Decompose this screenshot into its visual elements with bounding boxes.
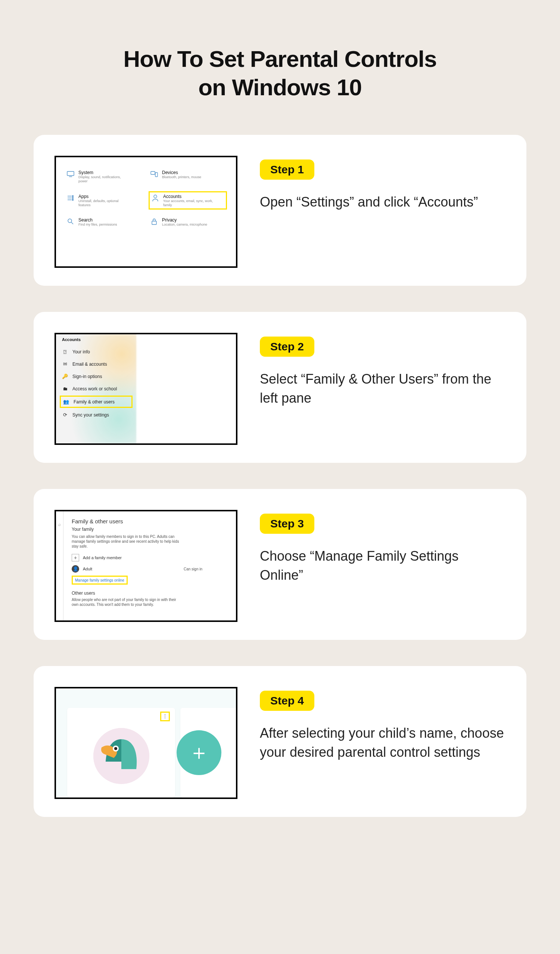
step-badge: Step 2 bbox=[260, 337, 314, 357]
lock-icon bbox=[150, 217, 158, 226]
tile-sub: Your accounts, email, sync, work, family bbox=[163, 199, 215, 207]
your-family-heading: Your family bbox=[72, 527, 228, 532]
sidebar-item-label: Sign-in options bbox=[72, 374, 102, 379]
settings-tile-devices[interactable]: Devices Bluetooth, printers, mouse bbox=[150, 170, 226, 183]
settings-tile-accounts[interactable]: Accounts Your accounts, email, sync, wor… bbox=[149, 191, 227, 210]
manage-link-text: Manage family settings online bbox=[75, 578, 124, 582]
svg-point-8 bbox=[72, 197, 73, 198]
screenshot-accounts-sidebar: Accounts ⍰Your info ✉Email & accounts 🔑S… bbox=[54, 333, 238, 445]
tile-label: System bbox=[78, 170, 131, 175]
tile-sub: Uninstall, defaults, optional features bbox=[78, 199, 131, 207]
step-card-1: System Display, sound, notifications, po… bbox=[34, 135, 526, 286]
step-card-2: Accounts ⍰Your info ✉Email & accounts 🔑S… bbox=[34, 312, 526, 463]
step-description: After selecting your child’s name, choos… bbox=[260, 723, 506, 762]
people-icon: 👥 bbox=[63, 399, 69, 405]
tile-sub: Display, sound, notifications, power bbox=[78, 175, 131, 183]
mail-icon: ✉ bbox=[62, 361, 68, 367]
settings-tile-system[interactable]: System Display, sound, notifications, po… bbox=[67, 170, 142, 183]
sidebar-item-family[interactable]: 👥Family & other users bbox=[60, 396, 132, 408]
child-profile-card[interactable]: ⋮ bbox=[67, 708, 175, 798]
sync-icon: ⟳ bbox=[62, 412, 68, 418]
monitor-icon bbox=[67, 170, 75, 178]
more-options-button[interactable]: ⋮ bbox=[160, 712, 170, 721]
sidebar-item-label: Email & accounts bbox=[72, 362, 107, 367]
svg-point-11 bbox=[68, 219, 72, 223]
svg-point-7 bbox=[72, 195, 73, 196]
adult-label: Adult bbox=[83, 567, 92, 571]
step-badge: Step 1 bbox=[260, 159, 314, 180]
sidebar-item-work[interactable]: 🖿Access work or school bbox=[56, 382, 136, 395]
plus-icon: + bbox=[72, 554, 79, 561]
screenshot-settings-grid: System Display, sound, notifications, po… bbox=[54, 156, 238, 268]
tile-label: Accounts bbox=[163, 194, 215, 199]
settings-tile-apps[interactable]: Apps Uninstall, defaults, optional featu… bbox=[67, 194, 142, 207]
child-avatar-icon bbox=[93, 728, 149, 784]
search-bar-fragment: ⌕ bbox=[56, 511, 64, 620]
sidebar-item-email[interactable]: ✉Email & accounts bbox=[56, 358, 136, 370]
person-badge-icon: ⍰ bbox=[62, 349, 68, 354]
screenshot-family-users: ⌕ Family & other users Your family You c… bbox=[54, 510, 238, 622]
tile-label: Privacy bbox=[162, 217, 207, 223]
manage-family-link[interactable]: Manage family settings online bbox=[72, 575, 128, 585]
sidebar-item-label: Sync your settings bbox=[72, 412, 109, 418]
svg-point-9 bbox=[72, 199, 73, 200]
title-line-1: How To Set Parental Controls bbox=[124, 46, 437, 72]
tile-label: Search bbox=[78, 217, 117, 223]
user-avatar-icon: 👤 bbox=[72, 565, 79, 573]
add-profile-card[interactable]: ＋ bbox=[180, 708, 236, 798]
other-users-desc: Allow people who are not part of your fa… bbox=[72, 597, 184, 607]
svg-rect-13 bbox=[152, 221, 156, 224]
can-sign-in-label: Can sign in bbox=[184, 567, 202, 571]
add-member-label: Add a family member bbox=[83, 555, 122, 560]
search-icon bbox=[67, 217, 75, 226]
step-card-4: ⋮ ＋ bbox=[34, 666, 526, 817]
accounts-header: Accounts bbox=[56, 337, 136, 346]
person-icon bbox=[151, 194, 159, 202]
step-description: Select “Family & Other Users” from the l… bbox=[260, 369, 506, 407]
other-users-heading: Other users bbox=[72, 591, 228, 596]
sidebar-item-label: Your info bbox=[72, 349, 90, 354]
sidebar-item-sync[interactable]: ⟳Sync your settings bbox=[56, 408, 136, 421]
screenshot-family-dashboard: ⋮ ＋ bbox=[54, 687, 238, 799]
tile-label: Apps bbox=[78, 194, 131, 199]
step-badge: Step 4 bbox=[260, 691, 314, 711]
svg-line-12 bbox=[71, 222, 73, 224]
step-description: Choose “Manage Family Settings Online” bbox=[260, 547, 506, 585]
step-badge: Step 3 bbox=[260, 514, 314, 534]
sidebar-item-your-info[interactable]: ⍰Your info bbox=[56, 346, 136, 358]
family-desc: You can allow family members to sign in … bbox=[72, 534, 184, 549]
briefcase-icon: 🖿 bbox=[62, 386, 68, 391]
settings-tile-search[interactable]: Search Find my files, permissions bbox=[67, 217, 142, 227]
tile-label: Devices bbox=[162, 170, 201, 175]
apps-icon bbox=[67, 194, 75, 202]
tile-sub: Find my files, permissions bbox=[78, 223, 117, 227]
sidebar-item-signin[interactable]: 🔑Sign-in options bbox=[56, 370, 136, 382]
svg-rect-2 bbox=[151, 171, 155, 175]
title-line-2: on Windows 10 bbox=[198, 74, 362, 100]
sidebar-item-label: Family & other users bbox=[73, 399, 115, 405]
tile-sub: Bluetooth, printers, mouse bbox=[162, 175, 201, 179]
tile-sub: Location, camera, microphone bbox=[162, 223, 207, 227]
sidebar-item-label: Access work or school bbox=[72, 386, 117, 391]
svg-rect-0 bbox=[67, 171, 74, 176]
svg-point-10 bbox=[154, 195, 157, 198]
settings-tile-privacy[interactable]: Privacy Location, camera, microphone bbox=[150, 217, 226, 227]
step-description: Open “Settings” and click “Accounts” bbox=[260, 192, 506, 211]
step-card-3: ⌕ Family & other users Your family You c… bbox=[34, 489, 526, 640]
add-family-member-button[interactable]: + Add a family member bbox=[72, 554, 228, 561]
page-title: How To Set Parental Controls on Windows … bbox=[34, 45, 526, 101]
panel-title: Family & other users bbox=[72, 518, 228, 524]
add-circle-icon: ＋ bbox=[177, 730, 221, 775]
devices-icon bbox=[150, 170, 158, 178]
svg-rect-3 bbox=[155, 173, 157, 177]
key-icon: 🔑 bbox=[62, 374, 68, 379]
svg-point-16 bbox=[114, 747, 117, 750]
